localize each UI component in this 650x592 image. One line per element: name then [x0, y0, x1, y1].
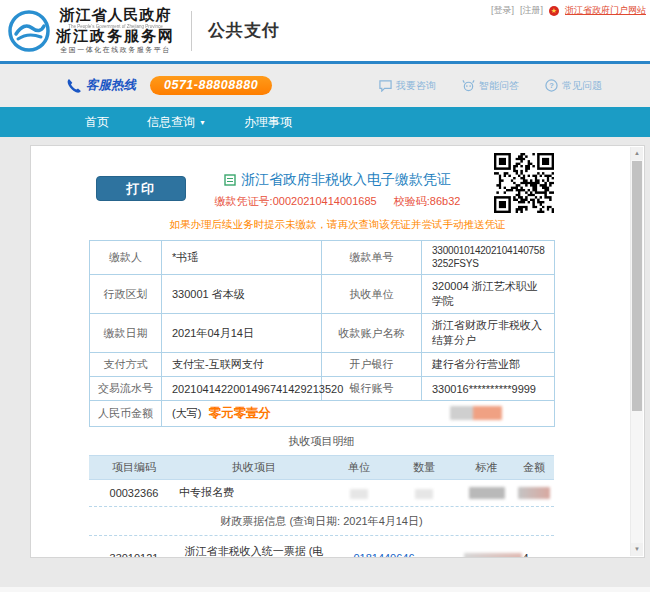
invoice-masked-suffix: 4	[522, 552, 528, 558]
nav-info-query[interactable]: 信息查询 ▼	[147, 114, 206, 131]
robot-icon	[462, 79, 475, 92]
svg-text:?: ?	[549, 81, 554, 90]
table-row: 缴款人 *书瑶 缴款单号 3300010142021041407583252FS…	[90, 241, 555, 275]
footer-strip	[0, 587, 650, 592]
main-nav: 首页 信息查询 ▼ 办理事项	[0, 107, 650, 137]
voucher-number: 缴款凭证号:00020210414001685	[215, 195, 377, 207]
field-value: 3300010142021041407583252FSYS	[422, 241, 555, 275]
scroll-up-arrow-icon[interactable]: ▲	[631, 147, 643, 160]
question-circle-icon: ?	[545, 79, 558, 92]
field-value: 2021年04月14日	[162, 314, 322, 353]
scroll-down-arrow-icon[interactable]: ▼	[631, 543, 643, 556]
site-tagline: 全国一体化在线政务服务平台	[56, 46, 175, 53]
field-label: 缴款人	[90, 241, 162, 275]
qr-code	[494, 153, 554, 213]
item-code: 00032366	[89, 487, 179, 499]
items-table-header: 项目编码 执收项目 单位 数量 标准 金额	[89, 455, 554, 480]
hotline-bar: 客服热线 0571-88808880 我要咨询 智能问答 ? 常见问题	[0, 64, 650, 107]
field-label: 执收单位	[322, 275, 422, 314]
voucher-panel: 打印 浙江省政府非税收入电子缴款凭证 缴款凭证号:000202104140016…	[30, 145, 645, 558]
redacted-value	[469, 487, 505, 499]
invoice-section-title: 财政票据信息 (查询日期: 2021年4月14日)	[89, 507, 554, 536]
field-value: *书瑶	[162, 241, 322, 275]
voucher-title: 浙江省政府非税收入电子缴款凭证	[241, 171, 451, 189]
nav-home-label: 首页	[85, 114, 109, 131]
invoice-number-link[interactable]: 0181440646	[353, 552, 414, 558]
redacted-value	[518, 487, 550, 499]
table-row: 交易流水号 2021041422001496741429213520 银行账号 …	[90, 377, 555, 401]
site-name: 浙江政务服务网	[56, 29, 175, 45]
login-link[interactable]: [登录]	[491, 4, 514, 17]
table-row: 支付方式 支付宝-互联网支付 开户银行 建行省分行营业部	[90, 353, 555, 377]
column-header: 金额	[514, 460, 554, 475]
portal-link[interactable]: 浙江省政府门户网站	[565, 4, 646, 17]
item-quantity	[389, 486, 459, 498]
voucher-detail-table: 缴款人 *书瑶 缴款单号 3300010142021041407583252FS…	[89, 240, 555, 427]
field-label: 缴款日期	[90, 314, 162, 353]
field-label: 缴款单号	[322, 241, 422, 275]
hotline-label: 客服热线	[86, 77, 136, 94]
nav-handle-items[interactable]: 办理事项	[244, 114, 292, 131]
invoice-masked-cell: 4	[439, 552, 554, 558]
smart-qa-label: 智能问答	[479, 79, 519, 93]
consult-link[interactable]: 我要咨询	[379, 79, 436, 93]
nav-home[interactable]: 首页	[85, 114, 109, 131]
table-row: 缴款日期 2021年04月14日 收款账户名称 浙江省财政厅非税收入结算分户	[90, 314, 555, 353]
gov-name-en: The People's Government of Zhejiang Prov…	[62, 24, 169, 29]
phone-icon	[66, 78, 82, 94]
receipt-icon	[224, 174, 236, 186]
voucher-warning: 如果办理后续业务时提示未缴款，请再次查询该凭证并尝试手动推送凭证	[31, 218, 644, 232]
amount-prefix: (大写)	[172, 407, 201, 419]
invoice-section: 财政票据信息 (查询日期: 2021年4月14日) 33010121 浙江省非税…	[89, 507, 554, 558]
register-link[interactable]: [注册]	[520, 4, 543, 17]
item-standard	[459, 486, 514, 499]
invoice-row: 33010121 浙江省非税收入统一票据 (电子) 0181440646 4	[89, 536, 554, 558]
smart-qa-link[interactable]: 智能问答	[462, 79, 519, 93]
invoice-link-cell: 0181440646	[329, 552, 439, 558]
nav-info-query-label: 信息查询	[147, 114, 195, 131]
redacted-value	[350, 489, 368, 499]
field-label: 行政区划	[90, 275, 162, 314]
invoice-code: 33010121	[89, 552, 179, 558]
chat-bubble-icon	[379, 79, 392, 92]
gov-identity: 浙江省人民政府 The People's Government of Zheji…	[56, 8, 175, 53]
invoice-name: 浙江省非税收入统一票据 (电子)	[179, 544, 329, 558]
field-value: 330016**********9999	[422, 377, 555, 401]
field-value: 320004 浙江艺术职业学院	[422, 275, 555, 314]
field-label: 交易流水号	[90, 377, 162, 401]
item-unit	[329, 486, 389, 498]
scrollbar-thumb[interactable]	[632, 161, 642, 411]
gov-name: 浙江省人民政府	[56, 8, 175, 24]
redacted-value	[415, 489, 433, 499]
faq-label: 常见问题	[562, 79, 602, 93]
faq-link[interactable]: ? 常见问题	[545, 79, 602, 93]
page-title: 公共支付	[208, 19, 280, 42]
column-header: 单位	[329, 460, 389, 475]
item-amount	[514, 486, 554, 499]
site-header: 浙江省人民政府 The People's Government of Zheji…	[0, 0, 650, 64]
column-header: 数量	[389, 460, 459, 475]
hotline-number: 0571-88808880	[150, 76, 272, 95]
item-name: 中专报名费	[179, 485, 329, 500]
field-label: 开户银行	[322, 353, 422, 377]
main-area: 打印 浙江省政府非税收入电子缴款凭证 缴款凭证号:000202104140016…	[0, 137, 650, 558]
column-header: 标准	[459, 460, 514, 475]
top-links: [登录] [注册] ★ 浙江省政府门户网站	[491, 4, 646, 17]
table-row: 行政区划 330001 省本级 执收单位 320004 浙江艺术职业学院	[90, 275, 555, 314]
site-logo-icon	[8, 10, 50, 52]
column-header: 执收项目	[179, 460, 329, 475]
amount-cell: (大写) 零元零壹分	[162, 401, 555, 427]
consult-label: 我要咨询	[396, 79, 436, 93]
items-table-row: 00032366 中专报名费	[89, 480, 554, 507]
redacted-amount	[450, 406, 502, 420]
print-button[interactable]: 打印	[96, 176, 186, 201]
column-header: 项目编码	[89, 460, 179, 475]
field-label: 支付方式	[90, 353, 162, 377]
redacted-value	[464, 553, 522, 558]
table-row: 人民币金额 (大写) 零元零壹分	[90, 401, 555, 427]
field-value: 支付宝-互联网支付	[162, 353, 322, 377]
field-value: 330001 省本级	[162, 275, 322, 314]
vertical-scrollbar[interactable]: ▲ ▼	[630, 147, 643, 556]
amount-words: 零元零壹分	[208, 406, 271, 420]
field-value: 2021041422001496741429213520	[162, 377, 322, 401]
